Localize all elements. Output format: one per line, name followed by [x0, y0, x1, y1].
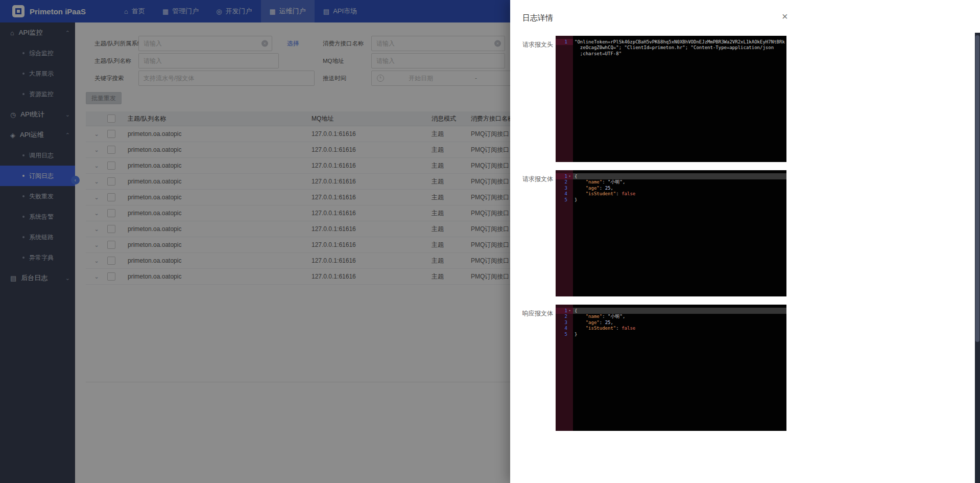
code-lines: 1▾{2 "name": "小明",3 "age": 25,4 "isStude…	[556, 170, 786, 203]
code-token	[575, 326, 586, 331]
code-text: "isStudent": false	[573, 326, 635, 331]
code-token: "OnlineToken=rPlSk46zpCBaH5vPK68hq5xN0XB…	[575, 39, 785, 44]
code-token	[575, 320, 586, 325]
line-number: 5	[565, 197, 567, 202]
fold-icon[interactable]: ▾	[568, 174, 571, 178]
code-token: "小明"	[608, 179, 623, 185]
line-gutter: 3	[556, 185, 573, 191]
drawer-header: 日志详情 ×	[510, 0, 980, 32]
code-token: "name"	[586, 314, 603, 319]
code-token: 25	[605, 320, 611, 325]
code-line: 5}	[556, 197, 786, 203]
line-number: 4	[565, 191, 567, 196]
code-text: {	[573, 174, 577, 179]
code-token: "isStudent"	[586, 191, 616, 196]
code-token: 25	[605, 186, 611, 191]
code-text: "name": "小明",	[573, 313, 625, 320]
code-token: "age"	[586, 320, 600, 325]
line-gutter: 5	[556, 197, 573, 203]
line-number: 4	[565, 326, 567, 331]
code-token: ;charset=UTF-8"	[575, 51, 622, 56]
code-lines: 1▾{2 "name": "小明",3 "age": 25,4 "isStude…	[556, 305, 786, 337]
code-line: 1"OnlineToken=rPlSk46zpCBaH5vPK68hq5xN0X…	[556, 39, 786, 45]
code-text: }	[573, 197, 577, 202]
code-token	[575, 314, 586, 319]
section-label: 响应报文体	[522, 305, 556, 431]
code-line: ;charset=UTF-8"	[556, 51, 786, 57]
line-gutter: 2	[556, 314, 573, 320]
code-token: "name"	[586, 179, 603, 185]
drawer-sections: 请求报文头1"OnlineToken=rPlSk46zpCBaH5vPK68hq…	[510, 32, 980, 431]
code-token: :	[616, 326, 622, 331]
section-label: 请求报文体	[522, 170, 556, 296]
drawer-scrollbar	[975, 33, 980, 483]
code-editor[interactable]: 1▾{2 "name": "小明",3 "age": 25,4 "isStude…	[556, 305, 786, 431]
code-token	[575, 179, 586, 185]
line-number: 2	[565, 179, 567, 185]
code-token: ,	[623, 179, 625, 185]
code-text: "age": 25,	[573, 186, 613, 191]
code-token: ,	[623, 314, 625, 319]
log-section: 请求报文体1▾{2 "name": "小明",3 "age": 25,4 "is…	[522, 170, 980, 296]
code-token: {	[575, 308, 577, 313]
line-number: 3	[565, 186, 567, 191]
line-gutter: 2	[556, 179, 573, 186]
code-editor[interactable]: 1"OnlineToken=rPlSk46zpCBaH5vPK68hq5xN0X…	[556, 36, 786, 162]
code-text: "name": "小明",	[573, 179, 625, 186]
code-text: }	[573, 332, 577, 337]
code-text: "age": 25,	[573, 320, 613, 325]
code-token: }	[575, 197, 577, 202]
code-line: 3 "age": 25,	[556, 185, 786, 191]
code-token: "age"	[586, 186, 600, 191]
code-token: :	[602, 314, 608, 319]
code-token: :	[616, 191, 622, 196]
line-gutter: 4	[556, 326, 573, 332]
code-text: zeOcagZ0whCQ="; "ClientId=primeton.hr"; …	[573, 45, 774, 50]
line-number: 1	[565, 308, 567, 313]
code-token: "小明"	[608, 314, 623, 319]
line-gutter: 1▾	[556, 173, 573, 179]
code-token: :	[602, 179, 608, 185]
code-token: :	[600, 186, 605, 191]
code-line: 2 "name": "小明",	[556, 179, 786, 186]
code-line: 4 "isStudent": false	[556, 191, 786, 197]
code-line: 3 "age": 25,	[556, 319, 786, 326]
close-icon[interactable]: ×	[782, 11, 788, 21]
code-line: 4 "isStudent": false	[556, 326, 786, 332]
code-token	[575, 191, 586, 196]
code-text: "isStudent": false	[573, 191, 635, 196]
code-token	[575, 186, 586, 191]
log-section: 响应报文体1▾{2 "name": "小明",3 "age": 25,4 "is…	[522, 305, 980, 431]
code-line: zeOcagZ0whCQ="; "ClientId=primeton.hr"; …	[556, 45, 786, 51]
line-gutter: 5	[556, 331, 573, 337]
line-gutter: 1	[556, 39, 573, 45]
fold-icon[interactable]: ▾	[568, 309, 571, 313]
log-detail-drawer: 日志详情 × 请求报文头1"OnlineToken=rPlSk46zpCBaH5…	[510, 0, 980, 483]
code-token: ,	[610, 320, 613, 325]
code-token: }	[575, 332, 577, 337]
code-token: {	[575, 174, 577, 179]
line-gutter	[556, 51, 573, 57]
code-text: ;charset=UTF-8"	[573, 51, 622, 56]
line-number: 3	[565, 320, 567, 325]
line-number: 1	[565, 39, 567, 44]
code-token: false	[622, 326, 635, 331]
code-lines: 1"OnlineToken=rPlSk46zpCBaH5vPK68hq5xN0X…	[556, 36, 786, 57]
code-token: ,	[610, 186, 613, 191]
line-gutter: 1▾	[556, 308, 573, 314]
code-token: false	[622, 191, 635, 196]
line-gutter	[556, 45, 573, 51]
app-root: { "navbar": { "logo_text": "Primeton iPa…	[0, 0, 980, 483]
section-label: 请求报文头	[522, 36, 556, 162]
scrollbar-thumb[interactable]	[975, 35, 979, 342]
code-token: :	[600, 320, 605, 325]
line-number: 1	[565, 174, 567, 179]
drawer-title: 日志详情	[522, 13, 553, 23]
code-editor[interactable]: 1▾{2 "name": "小明",3 "age": 25,4 "isStude…	[556, 170, 786, 296]
line-number: 2	[565, 314, 567, 319]
code-line: 2 "name": "小明",	[556, 314, 786, 320]
line-gutter: 3	[556, 319, 573, 326]
code-token: zeOcagZ0whCQ="; "ClientId=primeton.hr"; …	[575, 45, 774, 50]
code-text: "OnlineToken=rPlSk46zpCBaH5vPK68hq5xN0XB…	[573, 39, 785, 44]
line-gutter: 4	[556, 191, 573, 197]
